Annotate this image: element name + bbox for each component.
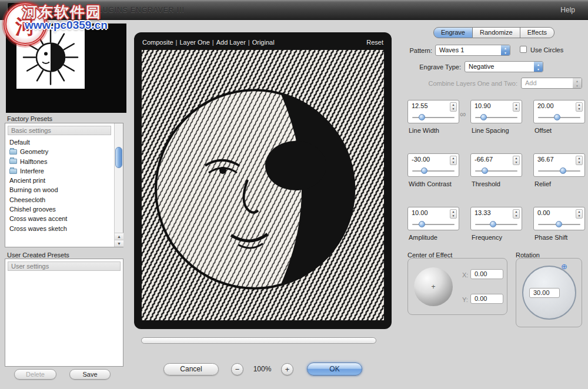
view-original[interactable]: Original bbox=[252, 39, 275, 46]
pattern-select[interactable]: Waves 1 bbox=[435, 45, 510, 56]
param-line-width[interactable]: 12.55 bbox=[407, 100, 459, 123]
param-slider[interactable] bbox=[475, 113, 517, 121]
param-value[interactable]: -66.67 bbox=[475, 156, 493, 163]
slider-thumb[interactable] bbox=[419, 114, 425, 120]
param-line-spacing[interactable]: 10.90 bbox=[470, 100, 522, 123]
tab-randomize[interactable]: Randomize bbox=[473, 27, 520, 38]
preset-item[interactable]: Cheesecloth bbox=[6, 195, 113, 204]
param-value[interactable]: 12.55 bbox=[412, 102, 428, 109]
preset-item[interactable]: Halftones bbox=[6, 157, 113, 166]
preset-item[interactable]: Cross waves accent bbox=[6, 214, 113, 223]
scroll-up-icon[interactable] bbox=[115, 233, 123, 240]
param-value[interactable]: 13.33 bbox=[475, 209, 491, 216]
param-frequency[interactable]: 13.33 bbox=[470, 207, 522, 230]
stepper-up-icon[interactable] bbox=[576, 156, 582, 160]
stepper-up-icon[interactable] bbox=[576, 103, 582, 107]
param-phase-shift[interactable]: 0.00 bbox=[533, 207, 585, 230]
effect-center-sphere[interactable]: + bbox=[414, 267, 453, 306]
stepper-down-icon[interactable] bbox=[513, 160, 519, 165]
param-threshold[interactable]: -66.67 bbox=[470, 153, 522, 177]
param-relief[interactable]: 36.67 bbox=[533, 153, 585, 177]
value-stepper[interactable] bbox=[576, 156, 583, 165]
rotation-input[interactable]: 30.00 bbox=[529, 288, 560, 298]
slider-thumb[interactable] bbox=[490, 221, 496, 227]
use-circles-checkbox[interactable] bbox=[520, 46, 527, 53]
preview-scrollbar[interactable] bbox=[141, 337, 376, 344]
param-amplitude[interactable]: 10.00 bbox=[407, 207, 459, 230]
preset-item[interactable]: Burning on wood bbox=[6, 185, 113, 195]
param-offset[interactable]: 20.00 bbox=[533, 100, 585, 123]
value-stepper[interactable] bbox=[450, 209, 457, 219]
param-value[interactable]: 0.00 bbox=[537, 209, 550, 216]
ok-button[interactable]: OK bbox=[307, 363, 362, 375]
param-slider[interactable] bbox=[538, 113, 580, 121]
param-slider[interactable] bbox=[475, 220, 517, 228]
tab-engrave[interactable]: Engrave bbox=[433, 27, 473, 38]
zoom-out-button[interactable]: − bbox=[231, 363, 243, 375]
help-link[interactable]: Help bbox=[560, 0, 575, 20]
stepper-up-icon[interactable] bbox=[576, 210, 582, 214]
view-composite[interactable]: Composite bbox=[142, 39, 173, 46]
stepper-down-icon[interactable] bbox=[576, 160, 582, 165]
slider-thumb[interactable] bbox=[556, 221, 562, 227]
preset-item[interactable]: Chishel grooves bbox=[6, 204, 113, 214]
param-value[interactable]: 10.00 bbox=[412, 209, 428, 216]
slider-thumb[interactable] bbox=[421, 167, 427, 174]
preset-item[interactable]: Ancient print bbox=[6, 176, 113, 185]
stepper-down-icon[interactable] bbox=[450, 107, 456, 111]
stepper-up-icon[interactable] bbox=[450, 210, 456, 214]
slider-thumb[interactable] bbox=[560, 167, 566, 174]
view-add-layer[interactable]: Add Layer bbox=[216, 39, 246, 46]
value-stepper[interactable] bbox=[576, 209, 583, 219]
link-width-spacing-icon[interactable]: ∞ bbox=[460, 109, 466, 119]
stepper-up-icon[interactable] bbox=[513, 210, 519, 214]
param-slider[interactable] bbox=[538, 167, 580, 175]
preset-item[interactable]: Geometry bbox=[6, 147, 113, 156]
param-value[interactable]: 20.00 bbox=[537, 102, 554, 109]
preset-item[interactable]: Interfere bbox=[6, 166, 113, 176]
scroll-down-icon[interactable] bbox=[115, 240, 123, 247]
preview-canvas[interactable] bbox=[142, 50, 384, 320]
stepper-down-icon[interactable] bbox=[450, 214, 456, 218]
delete-button[interactable]: Delete bbox=[14, 369, 56, 380]
save-button[interactable]: Save bbox=[69, 369, 111, 380]
preset-item[interactable]: Cross waves sketch bbox=[6, 224, 113, 233]
param-slider[interactable] bbox=[412, 220, 455, 228]
value-stepper[interactable] bbox=[450, 156, 457, 165]
reset-button[interactable]: Reset bbox=[366, 37, 383, 48]
tab-effects[interactable]: Effects bbox=[520, 27, 554, 38]
param-width-contrast[interactable]: -30.00 bbox=[407, 153, 459, 177]
preset-item[interactable]: Default bbox=[6, 138, 113, 147]
y-input[interactable]: 0.00 bbox=[470, 294, 503, 304]
param-slider[interactable] bbox=[475, 167, 517, 175]
value-stepper[interactable] bbox=[513, 156, 520, 165]
stepper-down-icon[interactable] bbox=[513, 214, 519, 218]
preset-group-header[interactable]: Basic settings bbox=[8, 126, 111, 135]
scrollbar-thumb[interactable] bbox=[115, 147, 122, 168]
x-input[interactable]: 0.00 bbox=[470, 269, 503, 279]
user-presets-list[interactable]: User settings bbox=[5, 259, 123, 367]
value-stepper[interactable] bbox=[450, 102, 457, 112]
preset-scrollbar[interactable] bbox=[114, 123, 123, 247]
stepper-down-icon[interactable] bbox=[513, 107, 519, 111]
factory-presets-list[interactable]: Basic settings Default Geometry Halftone… bbox=[5, 123, 123, 247]
view-layer-one[interactable]: Layer One bbox=[179, 39, 209, 46]
rotation-target-icon[interactable]: ⊕ bbox=[561, 262, 567, 271]
param-value[interactable]: 36.67 bbox=[537, 156, 554, 163]
param-slider[interactable] bbox=[412, 113, 455, 121]
param-slider[interactable] bbox=[538, 220, 580, 228]
stepper-up-icon[interactable] bbox=[513, 103, 519, 107]
cancel-button[interactable]: Cancel bbox=[163, 363, 219, 375]
user-group-header[interactable]: User settings bbox=[8, 261, 121, 271]
param-value[interactable]: 10.90 bbox=[475, 102, 491, 109]
stepper-up-icon[interactable] bbox=[450, 156, 456, 160]
engrave-type-select[interactable]: Negative bbox=[465, 61, 543, 72]
param-slider[interactable] bbox=[412, 167, 455, 175]
slider-thumb[interactable] bbox=[554, 114, 560, 120]
value-stepper[interactable] bbox=[576, 102, 583, 112]
stepper-down-icon[interactable] bbox=[576, 107, 582, 111]
stepper-up-icon[interactable] bbox=[450, 103, 456, 107]
slider-thumb[interactable] bbox=[482, 167, 488, 174]
slider-thumb[interactable] bbox=[480, 114, 487, 120]
slider-thumb[interactable] bbox=[419, 221, 425, 227]
